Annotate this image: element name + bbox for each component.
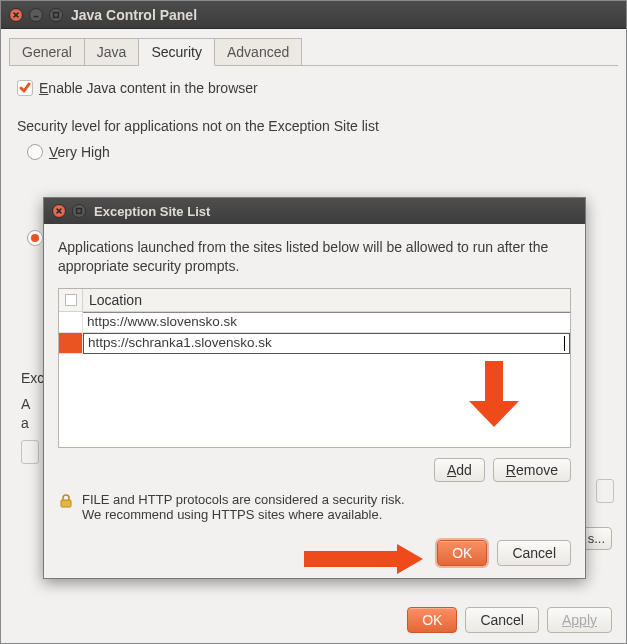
tab-advanced[interactable]: Advanced	[215, 38, 302, 66]
warning-line2: We recommend using HTTPS sites where ava…	[82, 507, 405, 522]
clipped-button-right	[596, 479, 614, 503]
tab-security[interactable]: Security	[139, 38, 215, 66]
window-close-button[interactable]	[9, 8, 23, 22]
dialog-cancel-button[interactable]: Cancel	[497, 540, 571, 566]
row-checkbox[interactable]	[59, 333, 83, 354]
site-list: Location https://www.slovensko.sk https:…	[58, 288, 571, 448]
clipped-background-text: Exc A a	[21, 369, 44, 464]
window-title: Java Control Panel	[71, 7, 197, 23]
list-column-location: Location	[83, 290, 570, 310]
main-footer-buttons: OK Cancel Apply	[407, 607, 612, 633]
remove-button[interactable]: Remove	[493, 458, 571, 482]
window-maximize-button[interactable]	[49, 8, 63, 22]
security-level-heading: Security level for applications not on t…	[17, 118, 610, 134]
enable-java-label: Enable Java content in the browser	[39, 80, 258, 96]
security-panel: Enable Java content in the browser Secur…	[9, 65, 618, 266]
svg-rect-0	[54, 12, 59, 17]
add-button[interactable]: Add	[434, 458, 485, 482]
site-url-cell[interactable]: https://www.slovensko.sk	[83, 312, 570, 333]
tab-bar: General Java Security Advanced	[1, 29, 626, 65]
list-header-checkbox[interactable]	[59, 289, 83, 311]
main-ok-button[interactable]: OK	[407, 607, 457, 633]
window-minimize-button[interactable]	[29, 8, 43, 22]
tab-java[interactable]: Java	[85, 38, 140, 66]
site-url-cell-editing[interactable]: https://schranka1.slovensko.sk	[83, 333, 570, 354]
warning-line1: FILE and HTTP protocols are considered a…	[82, 492, 405, 507]
main-cancel-button[interactable]: Cancel	[465, 607, 539, 633]
tab-general[interactable]: General	[9, 38, 85, 66]
radio-high[interactable]	[27, 230, 43, 246]
main-apply-button: Apply	[547, 607, 612, 633]
radio-very-high[interactable]	[27, 144, 43, 160]
java-control-panel-window: Java Control Panel General Java Security…	[0, 0, 627, 644]
svg-rect-2	[61, 500, 71, 507]
lock-warning-icon	[58, 493, 74, 509]
dialog-ok-button[interactable]: OK	[437, 540, 487, 566]
enable-java-checkbox[interactable]	[17, 80, 33, 96]
main-titlebar: Java Control Panel	[1, 1, 626, 29]
radio-very-high-label: Very High	[49, 144, 110, 160]
row-checkbox[interactable]	[59, 312, 83, 333]
